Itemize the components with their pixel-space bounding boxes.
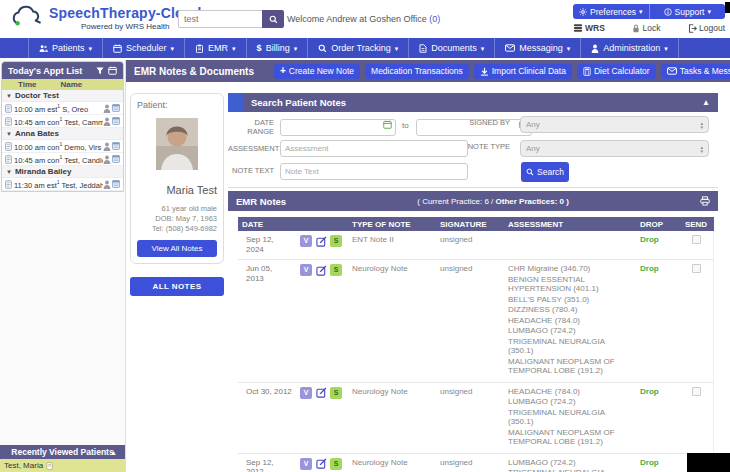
nav-item-administration[interactable]: Administration▾	[581, 38, 679, 58]
caret-down-icon: ▾	[89, 45, 93, 52]
drop-note-link[interactable]: Drop	[640, 458, 659, 467]
create-new-note-button[interactable]: +Create New Note	[274, 64, 360, 79]
emr-note-row: Jun 05, 2013VSNeurology NoteunsignedCHR …	[238, 260, 714, 383]
global-search-input[interactable]	[178, 10, 262, 28]
sign-note-button[interactable]: S	[330, 387, 342, 399]
appointment-row[interactable]: 10:45 am con1 Test, Cammy	[2, 115, 123, 128]
nav-item-billing[interactable]: $Billing▾	[247, 38, 309, 58]
caret-up-icon: ▲	[110, 449, 117, 456]
view-note-button[interactable]: V	[300, 387, 312, 399]
note-date: Sep 12, 2024	[238, 231, 296, 260]
nav-item-patients[interactable]: Patients▾	[28, 38, 103, 58]
patient-photo	[156, 118, 198, 170]
caret-down-icon: ▾	[639, 8, 643, 15]
calendar-icon	[113, 44, 122, 53]
nav-item-scheduler[interactable]: Scheduler▾	[103, 38, 185, 58]
patient-demographics: 61 year old male	[137, 204, 217, 214]
main-content: EMR Notes & Documents +Create New NoteMe…	[126, 60, 730, 472]
lock-icon	[632, 24, 640, 33]
provider-group-miranda-bailey[interactable]: ▼Miranda Bailey	[2, 166, 123, 178]
logout-button[interactable]: Logout	[688, 23, 725, 33]
nav-item-order-tracking[interactable]: Order Tracking▾	[308, 38, 409, 58]
sign-note-button[interactable]: S	[330, 264, 342, 276]
emr-note-row: Sep 12, 2012VSNeurology NoteunsignedLUMB…	[238, 453, 714, 472]
edit-note-button[interactable]	[315, 387, 327, 399]
top-bar: SpeechTherapy-Cloud Powered by WRS Healt…	[0, 0, 730, 38]
appointment-row[interactable]: 10:45 am con1 Test, Candice	[2, 153, 123, 166]
appointment-row[interactable]: 10:00 am est1 S, Oreo	[2, 102, 123, 115]
filter-icon[interactable]	[96, 67, 104, 75]
note-assessment: CHR Migraine (346.70)BENIGN ESSENTIAL HY…	[504, 260, 636, 383]
emr-notes-header: EMR Notes ( Current Practice: 6 / Other …	[228, 191, 718, 211]
chart-icon	[112, 155, 120, 164]
assessment-input[interactable]	[280, 140, 468, 157]
calendar-icon[interactable]	[108, 66, 117, 75]
appointment-note-icon	[5, 104, 12, 113]
send-checkbox[interactable]	[692, 235, 701, 244]
view-note-button[interactable]: V	[300, 235, 312, 247]
column-header-type-of-note: TYPE OF NOTE	[348, 217, 436, 231]
search-notes-button[interactable]: Search	[521, 162, 569, 182]
tasks-messages-button[interactable]: Tasks & Messages	[661, 64, 730, 79]
emr-notes-table: DATETYPE OF NOTESIGNATUREASSESSMENTDROPS…	[238, 217, 714, 472]
caret-down-icon: ▾	[481, 45, 485, 52]
edit-note-button[interactable]	[315, 458, 327, 470]
preferences-button[interactable]: Preferences ▾	[573, 4, 649, 19]
note-assessment	[504, 231, 636, 260]
print-icon[interactable]	[700, 196, 710, 206]
drop-note-link[interactable]: Drop	[640, 235, 659, 244]
collapse-panel-icon[interactable]: ▲	[702, 98, 710, 107]
recently-viewed-patient[interactable]: Test, Maria	[0, 459, 125, 472]
note-type: ENT Note II	[348, 231, 436, 260]
provider-group-doctor-test[interactable]: ▼Doctor Test	[2, 90, 123, 102]
drop-note-link[interactable]: Drop	[640, 387, 659, 396]
signed-by-select[interactable]: Any ▴▾	[520, 116, 709, 133]
appointment-row[interactable]: 10:00 am con1 Demo, Virs	[2, 140, 123, 153]
patient-card: Patient: Maria Test 61 year old male DOB…	[130, 93, 224, 264]
patient-column: Patient: Maria Test 61 year old male DOB…	[130, 93, 224, 296]
signed-by-label: SIGNED BY	[466, 118, 510, 127]
edit-note-button[interactable]	[315, 264, 327, 276]
envelope-icon	[667, 67, 677, 75]
column-header-send: SEND	[678, 217, 714, 231]
app-subtitle: Powered by WRS Health	[81, 22, 169, 31]
emr-note-row: Sep 12, 2024VSENT Note IIunsignedDrop	[238, 231, 714, 260]
view-all-notes-button[interactable]: View All Notes	[137, 240, 217, 257]
support-button[interactable]: Support ▾	[649, 4, 726, 19]
send-checkbox[interactable]	[692, 264, 701, 273]
nav-item-messaging[interactable]: Messaging▾	[495, 38, 581, 58]
nav-item-documents[interactable]: Documents▾	[409, 38, 495, 58]
sign-note-button[interactable]: S	[330, 235, 342, 247]
toolbar-buttons: +Create New NoteMedication TransactionsI…	[274, 64, 730, 79]
view-note-button[interactable]: V	[300, 458, 312, 470]
nav-item-emr[interactable]: EMR▾	[185, 38, 247, 58]
caret-down-icon: ▾	[232, 45, 236, 52]
note-signature: unsigned	[436, 453, 504, 472]
medication-transactions-button[interactable]: Medication Transactions	[365, 64, 469, 79]
view-note-button[interactable]: V	[300, 264, 312, 276]
recently-viewed-header[interactable]: Recently Viewed Patients ▲	[0, 445, 125, 459]
import-clinical-data-button[interactable]: Import Clinical Data	[474, 64, 572, 79]
chart-icon	[112, 104, 120, 113]
date-from-input[interactable]	[280, 119, 396, 136]
global-search-button[interactable]	[262, 10, 284, 28]
lock-button[interactable]: Lock	[632, 23, 660, 33]
sign-note-button[interactable]: S	[330, 458, 342, 470]
wrs-database-button[interactable]: WRS	[573, 23, 605, 33]
diet-calculator-button[interactable]: Diet Calculator	[577, 64, 656, 79]
column-header-assessment: ASSESSMENT	[504, 217, 636, 231]
all-notes-button[interactable]: ALL NOTES	[130, 277, 224, 296]
note-text-input[interactable]	[280, 163, 468, 180]
send-checkbox[interactable]	[692, 387, 701, 396]
search-panel-title: Search Patient Notes	[251, 97, 702, 108]
provider-group-anna-bates[interactable]: ▼Anna Bates	[2, 128, 123, 140]
document-icon	[419, 44, 427, 53]
appointment-row[interactable]: 11:30 am est1 Test, Jeddah	[2, 178, 123, 191]
note-type-select[interactable]: Any ▴▾	[520, 140, 709, 157]
drop-note-link[interactable]: Drop	[640, 264, 659, 273]
person-icon	[103, 180, 111, 189]
welcome-count-link[interactable]: (0)	[429, 14, 440, 24]
calendar-icon[interactable]	[383, 120, 392, 129]
patient-label: Patient:	[137, 100, 217, 110]
edit-note-button[interactable]	[315, 235, 327, 247]
